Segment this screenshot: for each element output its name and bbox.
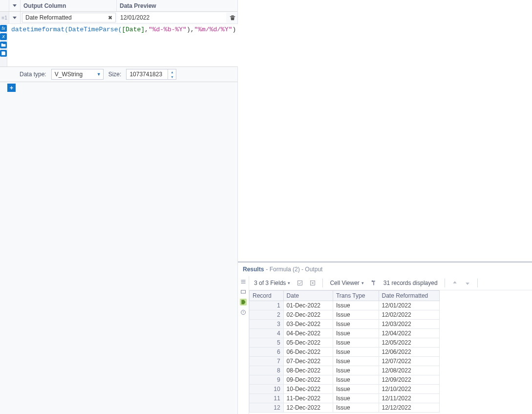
- cell-date: 01-Dec-2022: [283, 301, 333, 310]
- cell-date-reformatted: 12/12/2022: [379, 403, 439, 413]
- expand-all-toggle[interactable]: [9, 0, 21, 11]
- data-type-label: Data type:: [20, 71, 46, 78]
- delete-row-button[interactable]: [228, 12, 237, 23]
- cell-trans-type: Issue: [333, 338, 379, 348]
- svg-rect-8: [241, 290, 246, 293]
- row-expand-toggle[interactable]: [9, 12, 21, 23]
- results-subtitle: - Formula (2) - Output: [266, 266, 322, 273]
- folder-button[interactable]: [0, 42, 7, 48]
- output-column-input[interactable]: Date Reformatted ✖: [22, 13, 116, 22]
- table-row[interactable]: 202-Dec-2022Issue12/02/2022: [250, 310, 440, 320]
- cell-trans-type: Issue: [333, 385, 379, 394]
- cell-trans-type: Issue: [333, 375, 379, 385]
- fx-button[interactable]: fx: [0, 25, 7, 32]
- size-label: Size:: [108, 71, 122, 78]
- col-record[interactable]: Record: [250, 291, 284, 301]
- table-row[interactable]: 909-Dec-2022Issue12/09/2022: [250, 375, 440, 385]
- trash-icon: [230, 15, 235, 21]
- variable-button[interactable]: X: [0, 33, 7, 40]
- table-row[interactable]: 606-Dec-2022Issue12/06/2022: [250, 348, 440, 357]
- cell-date: 12-Dec-2022: [283, 403, 333, 413]
- chevron-down-icon: ▼: [97, 72, 101, 77]
- cell-trans-type: Issue: [333, 320, 379, 329]
- table-row[interactable]: 303-Dec-2022Issue12/03/2022: [250, 320, 440, 329]
- results-side-toolbar: ?: [238, 276, 249, 414]
- arrow-up-icon[interactable]: [452, 280, 458, 286]
- expression-toolbar: fx X: [0, 24, 7, 66]
- size-step-up[interactable]: ▲: [168, 69, 176, 74]
- folder-icon: [1, 43, 6, 47]
- help-icon[interactable]: ?: [240, 309, 246, 315]
- chevron-down-icon: ▾: [288, 281, 290, 285]
- table-row[interactable]: 1111-Dec-2022Issue12/11/2022: [250, 394, 440, 403]
- cell-date-reformatted: 12/07/2022: [379, 357, 439, 366]
- save-button[interactable]: [0, 50, 7, 57]
- size-step-down[interactable]: ▼: [168, 74, 176, 79]
- table-row[interactable]: 1010-Dec-2022Issue12/10/2022: [250, 385, 440, 394]
- expression-editor[interactable]: datetimeformat(DateTimeParse([Date],"%d-…: [7, 24, 240, 66]
- cell-date: 07-Dec-2022: [283, 357, 333, 366]
- data-type-value: V_WString: [55, 71, 83, 78]
- cell-record: 3: [250, 320, 284, 329]
- table-row[interactable]: 404-Dec-2022Issue12/04/2022: [250, 329, 440, 338]
- anchor-icon[interactable]: [240, 299, 247, 305]
- cell-date-reformatted: 12/08/2022: [379, 366, 439, 375]
- cell-record: 12: [250, 403, 284, 413]
- cell-record: 8: [250, 366, 284, 375]
- size-input[interactable]: 1073741823 ▲ ▼: [126, 69, 176, 80]
- cell-trans-type: Issue: [333, 329, 379, 338]
- table-row[interactable]: 707-Dec-2022Issue12/07/2022: [250, 357, 440, 366]
- results-panel: Results - Formula (2) - Output ? 3 of 3 …: [238, 261, 532, 414]
- add-expression-button[interactable]: +: [7, 84, 16, 92]
- data-type-select[interactable]: V_WString ▼: [51, 69, 104, 80]
- table-row[interactable]: 101-Dec-2022Issue12/01/2022: [250, 301, 440, 310]
- cell-trans-type: Issue: [333, 394, 379, 403]
- paragraph-icon[interactable]: [371, 280, 377, 286]
- list-icon[interactable]: [240, 279, 246, 285]
- cell-viewer-dropdown[interactable]: Cell Viewer ▾: [330, 280, 363, 286]
- cell-record: 7: [250, 357, 284, 366]
- cell-date-reformatted: 12/04/2022: [379, 329, 439, 338]
- cell-date: 02-Dec-2022: [283, 310, 333, 320]
- arrow-down-icon[interactable]: [465, 280, 470, 286]
- size-value: 1073741823: [129, 71, 162, 78]
- results-toolbar: 3 of 3 Fields ▾ Cell Viewer ▾ 31 records…: [249, 276, 532, 290]
- col-date[interactable]: Date: [283, 291, 333, 301]
- cell-record: 10: [250, 385, 284, 394]
- fields-dropdown[interactable]: 3 of 3 Fields ▾: [254, 280, 290, 286]
- save-icon: [1, 51, 6, 56]
- col-date-reformatted[interactable]: Date Reformatted: [379, 291, 439, 301]
- cell-date-reformatted: 12/02/2022: [379, 310, 439, 320]
- preview-value: 12/01/2022: [117, 13, 226, 22]
- cell-date: 04-Dec-2022: [283, 329, 333, 338]
- gutter-corner: [0, 0, 9, 11]
- cell-date-reformatted: 12/03/2022: [379, 320, 439, 329]
- table-row[interactable]: 505-Dec-2022Issue12/05/2022: [250, 338, 440, 348]
- table-row[interactable]: 808-Dec-2022Issue12/08/2022: [250, 366, 440, 375]
- cell-record: 2: [250, 310, 284, 320]
- cell-date-reformatted: 12/09/2022: [379, 375, 439, 385]
- grid-icon[interactable]: [240, 289, 246, 295]
- row-drag-handle[interactable]: ≡ 1: [0, 12, 9, 23]
- results-table-scroll[interactable]: Record Date Trans Type Date Reformatted …: [249, 290, 532, 414]
- cell-date-reformatted: 12/11/2022: [379, 394, 439, 403]
- checkbox-icon[interactable]: [297, 280, 303, 286]
- cell-date: 11-Dec-2022: [283, 394, 333, 403]
- svg-rect-11: [298, 281, 302, 285]
- results-table: Record Date Trans Type Date Reformatted …: [249, 290, 440, 413]
- clear-output-column-icon[interactable]: ✖: [108, 15, 112, 21]
- col-trans-type[interactable]: Trans Type: [333, 291, 379, 301]
- close-icon[interactable]: [310, 280, 316, 286]
- cell-trans-type: Issue: [333, 403, 379, 413]
- header-data-preview: Data Preview: [117, 0, 237, 11]
- cell-date: 08-Dec-2022: [283, 366, 333, 375]
- cell-date: 03-Dec-2022: [283, 320, 333, 329]
- cell-trans-type: Issue: [333, 366, 379, 375]
- cell-record: 5: [250, 338, 284, 348]
- table-row[interactable]: 1212-Dec-2022Issue12/12/2022: [250, 403, 440, 413]
- output-column-value: Date Reformatted: [25, 14, 72, 21]
- cell-date: 10-Dec-2022: [283, 385, 333, 394]
- cell-record: 11: [250, 394, 284, 403]
- workflow-canvas[interactable]: 1222 Fuel Consumption Daily Report .xlsx…: [238, 0, 532, 261]
- svg-text:?: ?: [242, 311, 244, 314]
